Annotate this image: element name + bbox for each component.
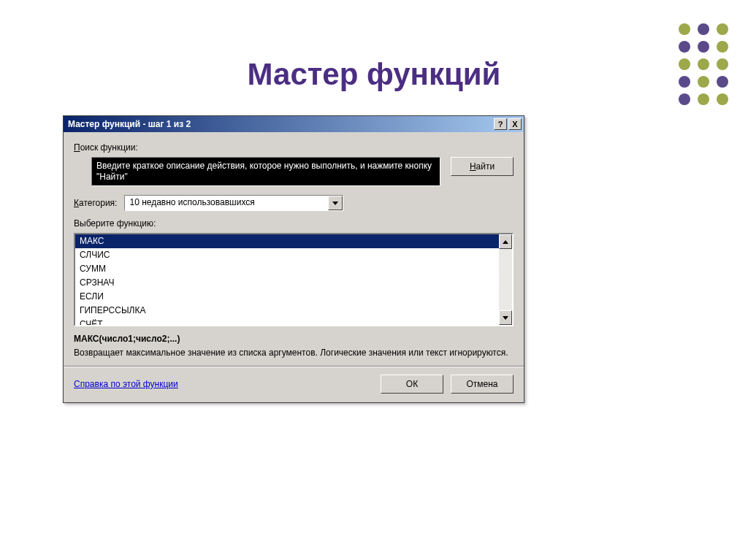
category-label: Категория: xyxy=(74,198,117,208)
list-item[interactable]: СЛЧИС xyxy=(75,248,499,262)
scroll-up-icon[interactable] xyxy=(499,234,512,249)
slide-title: Мастер функций xyxy=(0,57,748,92)
scroll-down-icon[interactable] xyxy=(499,310,512,325)
search-label: Поиск функции: xyxy=(74,142,514,153)
function-signature: МАКС(число1;число2;...) xyxy=(74,334,514,344)
category-combobox[interactable]: 10 недавно использовавшихся xyxy=(124,195,343,211)
dialog-title: Мастер функций - шаг 1 из 2 xyxy=(68,119,191,129)
list-item[interactable]: ГИПЕРССЫЛКА xyxy=(75,304,499,318)
list-item[interactable]: ЕСЛИ xyxy=(75,290,499,304)
list-item[interactable]: СУММ xyxy=(75,262,499,276)
dialog-window: Мастер функций - шаг 1 из 2 ? X Поиск фу… xyxy=(63,115,524,403)
select-function-label: Выберите функцию: xyxy=(74,218,514,229)
cancel-button[interactable]: Отмена xyxy=(451,375,514,394)
help-link[interactable]: Справка по этой функции xyxy=(74,379,178,389)
help-icon[interactable]: ? xyxy=(494,118,507,130)
function-listbox[interactable]: МАКССЛЧИССУММСРЗНАЧЕСЛИГИПЕРССЫЛКАСЧЁТ xyxy=(74,233,514,326)
find-button[interactable]: Найти xyxy=(451,157,514,176)
close-icon[interactable]: X xyxy=(508,118,522,130)
function-description: Возвращает максимальное значение из спис… xyxy=(74,347,514,358)
decorative-dots xyxy=(675,20,732,108)
titlebar: Мастер функций - шаг 1 из 2 ? X xyxy=(64,116,524,132)
list-item[interactable]: МАКС xyxy=(75,234,499,248)
category-value: 10 недавно использовавшихся xyxy=(125,196,328,210)
list-item[interactable]: СРЗНАЧ xyxy=(75,276,499,290)
scroll-track[interactable] xyxy=(499,249,512,310)
divider xyxy=(64,366,524,367)
list-item[interactable]: СЧЁТ xyxy=(75,318,499,325)
ok-button[interactable]: ОК xyxy=(381,375,443,394)
scrollbar[interactable] xyxy=(499,234,512,325)
chevron-down-icon[interactable] xyxy=(328,196,343,210)
search-input[interactable]: Введите краткое описание действия, котор… xyxy=(91,157,440,186)
